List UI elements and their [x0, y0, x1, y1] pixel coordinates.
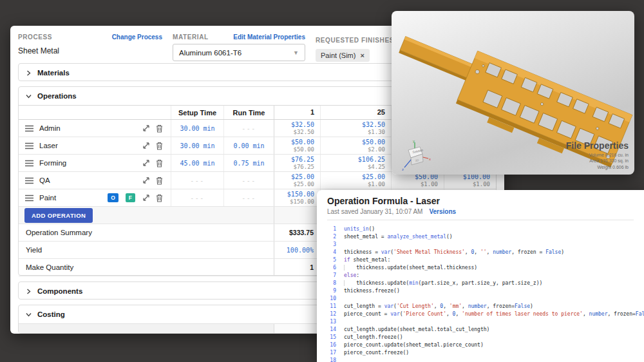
- code-line: 16pierce_count.update(sheet_metal.pierce…: [326, 341, 644, 349]
- run-time-cell[interactable]: ---: [223, 172, 274, 189]
- orientation-axes-triad[interactable]: y x z SolidWo 3D: [397, 138, 433, 172]
- summary-row-value[interactable]: 1: [274, 259, 320, 276]
- operation-name: Paint: [39, 194, 102, 202]
- file-properties-line: Area 176.330 sq. in: [566, 158, 629, 164]
- setup-time-cell[interactable]: ---: [171, 172, 223, 189]
- code-line: 10: [326, 295, 644, 303]
- line-number: 7: [326, 272, 336, 280]
- qty-1-cost-cell[interactable]: $50.00$50.00: [274, 137, 320, 154]
- file-properties: File Properties Volume 6.216 cu. inArea …: [566, 140, 629, 170]
- operation-name: Forming: [39, 159, 137, 167]
- costing-section-label: Costing: [37, 310, 65, 318]
- summary-row-value[interactable]: $333.75: [274, 224, 320, 241]
- setup-time-cell[interactable]: ---: [171, 189, 223, 206]
- code-line: 5if sheet_metal:: [326, 256, 644, 264]
- finish-tag-label: Paint (Sim): [321, 52, 355, 59]
- code-line: 12pierce_count = var('Pierce Count', 0, …: [326, 310, 644, 318]
- add-operation-button[interactable]: ADD OPERATION: [24, 208, 93, 223]
- qty-1-cost-cell[interactable]: $25.00$25.00: [274, 172, 320, 189]
- summary-row-label: Operation Summary: [19, 224, 274, 241]
- drag-handle-icon[interactable]: [25, 125, 33, 132]
- chevron-right-icon: [26, 70, 32, 76]
- chevron-down-icon: [26, 312, 32, 318]
- code-line: 13: [326, 318, 644, 326]
- qty-1-cost-cell[interactable]: $150.00$150.00: [274, 189, 320, 206]
- expand-icon[interactable]: [142, 124, 150, 132]
- code-line: 15cut_length.freeze(): [326, 334, 644, 341]
- code-line: 6 thickness.update(sheet_metal.thickness…: [326, 264, 644, 272]
- line-number: 14: [326, 326, 336, 334]
- qty-25-cost-cell[interactable]: $50.00$2.00: [320, 137, 391, 154]
- line-number: 5: [326, 256, 336, 264]
- setup-time-cell[interactable]: 30.00 min: [171, 120, 223, 137]
- line-number: 4: [326, 249, 336, 256]
- operation-row: QA------$25.00$25.00$25.00$1.00$50.00$1.…: [19, 172, 496, 189]
- formula-code-editor[interactable]: 1units_in()2sheet_metal = analyze_sheet_…: [317, 220, 644, 362]
- chevron-down-icon: ▼: [293, 50, 299, 56]
- expand-icon[interactable]: [142, 159, 150, 167]
- file-properties-lines: Volume 6.216 cu. inArea 176.330 sq. inWe…: [566, 152, 629, 170]
- code-line: 17pierce_count.freeze(): [326, 349, 644, 357]
- expand-icon[interactable]: [142, 194, 150, 202]
- axis-x-label: x: [429, 157, 431, 161]
- drag-handle-icon[interactable]: [25, 195, 33, 202]
- operation-badge: F: [126, 193, 135, 202]
- operations-section-label: Operations: [37, 92, 77, 100]
- run-time-cell[interactable]: 0.75 min: [223, 155, 274, 171]
- materials-section-label: Materials: [37, 69, 70, 77]
- trash-icon[interactable]: [156, 142, 163, 150]
- operation-name-cell: PaintOF: [19, 189, 171, 206]
- finish-tag-remove-icon[interactable]: ×: [360, 52, 364, 59]
- change-process-link[interactable]: Change Process: [112, 33, 162, 41]
- process-label: PROCESS: [18, 33, 52, 41]
- material-select[interactable]: Aluminum 6061-T6 ▼: [173, 44, 305, 61]
- expand-icon[interactable]: [142, 176, 150, 184]
- trash-icon[interactable]: [156, 194, 163, 202]
- trash-icon[interactable]: [156, 176, 163, 185]
- line-number: 8: [326, 280, 336, 287]
- operation-name: QA: [39, 176, 137, 184]
- qty-1-cost-cell[interactable]: $32.50$32.50: [274, 120, 320, 137]
- operation-badge: O: [108, 193, 118, 202]
- summary-row-value[interactable]: 100.00%: [274, 242, 320, 258]
- run-time-cell[interactable]: 0.00 min: [223, 137, 274, 154]
- run-time-cell[interactable]: ---: [223, 189, 274, 206]
- versions-link[interactable]: Versions: [429, 208, 456, 215]
- expand-icon[interactable]: [142, 142, 150, 149]
- code-line: 7else:: [326, 272, 644, 280]
- trash-icon[interactable]: [156, 159, 163, 167]
- code-line: 3: [326, 241, 644, 249]
- process-value: Sheet Metal: [18, 46, 162, 55]
- line-number: 2: [326, 233, 336, 241]
- edit-material-properties-link[interactable]: Edit Material Properties: [233, 33, 305, 41]
- line-number: 18: [326, 357, 336, 362]
- finish-tag: Paint (Sim) ×: [316, 49, 370, 62]
- line-number: 15: [326, 334, 336, 341]
- line-number: 17: [326, 349, 336, 357]
- code-line: 2sheet_metal = analyze_sheet_metal(): [326, 233, 644, 241]
- summary-row-label: Yield: [19, 242, 274, 258]
- 3d-viewer-panel[interactable]: y x z SolidWo 3D File Properties Volume …: [392, 11, 634, 175]
- trash-icon[interactable]: [156, 124, 163, 133]
- operation-name-cell: QA: [19, 172, 171, 189]
- formula-last-saved: Last saved January 31, 10:07 AM: [327, 208, 422, 215]
- qty-1-cost-cell[interactable]: $76.25$76.25: [274, 155, 320, 171]
- line-number: 12: [326, 310, 336, 318]
- qty-25-cost-cell[interactable]: $25.00$1.00: [320, 172, 391, 189]
- operation-name-cell: Admin: [19, 120, 171, 137]
- operation-name: Admin: [39, 124, 137, 132]
- operation-name-cell: Forming: [19, 155, 171, 171]
- finishes-label: REQUESTED FINISHES: [316, 37, 394, 44]
- operation-name: Laser: [39, 142, 137, 149]
- axis-z-label: z: [402, 167, 404, 171]
- setup-time-cell[interactable]: 45.00 min: [171, 155, 223, 171]
- drag-handle-icon[interactable]: [25, 142, 33, 149]
- drag-handle-icon[interactable]: [25, 160, 33, 167]
- drag-handle-icon[interactable]: [25, 177, 33, 184]
- qty-25-cost-cell[interactable]: $32.50$1.30: [320, 120, 391, 137]
- qty-25-cost-cell[interactable]: $106.25$4.25: [320, 155, 391, 171]
- run-time-cell[interactable]: ---: [223, 120, 274, 137]
- code-line: 8 thickness.update(min(part.size_x, part…: [326, 280, 644, 287]
- summary-row-label: Make Quantity: [19, 259, 274, 276]
- setup-time-cell[interactable]: 30.00 min: [171, 137, 223, 154]
